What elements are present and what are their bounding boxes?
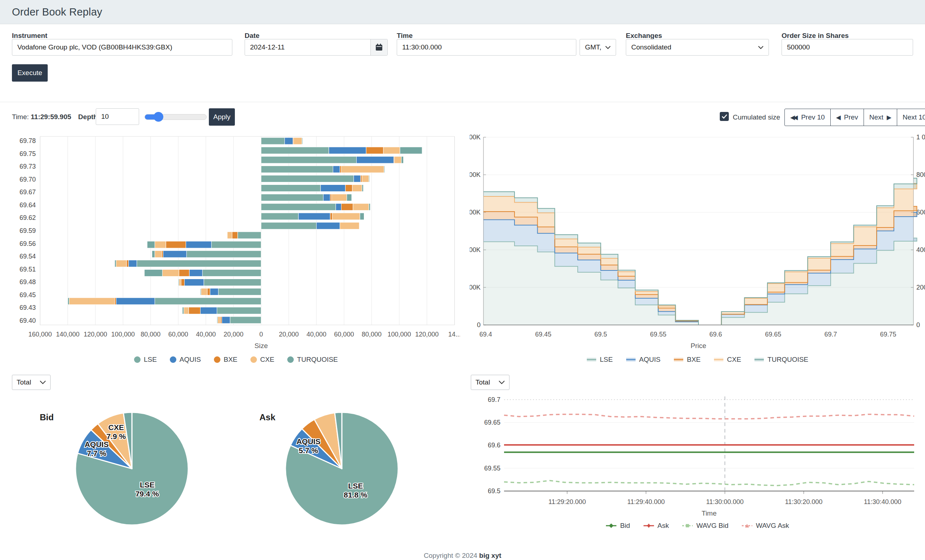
legend-item-aquis[interactable]: AQUIS: [626, 356, 660, 363]
bid-pie-chart: LSE79.4 %AQUIS7.7 %CXE7.9 %: [71, 404, 193, 531]
svg-text:69.55: 69.55: [650, 331, 666, 338]
svg-text:600K: 600K: [916, 209, 925, 216]
calendar-icon: [375, 44, 383, 51]
legend-item-wavg-bid[interactable]: WAVG Bid: [682, 522, 728, 530]
svg-text:14...: 14...: [448, 331, 460, 338]
exchanges-label: Exchanges: [626, 32, 662, 40]
svg-text:0: 0: [916, 321, 920, 329]
date-field: [245, 39, 388, 56]
legend-item-lse[interactable]: LSE: [586, 356, 613, 363]
prev-label: Prev: [844, 113, 858, 121]
svg-text:69.4: 69.4: [479, 331, 492, 338]
legend-area-icon: [673, 357, 684, 362]
svg-text:140,000: 140,000: [56, 331, 80, 338]
svg-text:69.75: 69.75: [880, 331, 896, 338]
svg-text:69.64: 69.64: [20, 201, 36, 209]
svg-text:69.78: 69.78: [20, 137, 36, 144]
svg-text:69.6: 69.6: [709, 331, 722, 338]
pie-breakdown-value: Total: [17, 378, 31, 386]
instrument-input[interactable]: [12, 39, 232, 56]
legend-item-turquoise[interactable]: TURQUOISE: [754, 356, 808, 363]
order-size-input[interactable]: [782, 39, 913, 56]
chevron-down-icon: [40, 381, 46, 384]
depth-input[interactable]: [96, 108, 139, 125]
legend-dot-icon: [250, 356, 257, 363]
exchanges-select[interactable]: Consolidated: [626, 39, 769, 56]
svg-text:69.45: 69.45: [535, 331, 551, 338]
legend-item-bxe[interactable]: BXE: [673, 356, 701, 363]
chevron-down-icon: [758, 46, 764, 49]
svg-text:69.55: 69.55: [484, 465, 500, 472]
bid-pie-title: Bid: [40, 412, 54, 422]
svg-text:69.65: 69.65: [765, 331, 781, 338]
copyright-text: Copyright © 2024: [424, 552, 477, 559]
timezone-select[interactable]: GMT,: [580, 39, 616, 56]
legend-item-bxe[interactable]: BXE: [214, 356, 237, 363]
replay-time-value: 11:29:59.905: [31, 113, 71, 121]
depth-label: Depth: [78, 113, 98, 121]
date-input[interactable]: [245, 39, 371, 55]
legend-item-ask[interactable]: Ask: [643, 522, 669, 530]
time-input[interactable]: [397, 39, 576, 56]
svg-text:11:29:20.000: 11:29:20.000: [548, 498, 586, 506]
legend-line-icon: [643, 523, 654, 528]
pie-breakdown-select[interactable]: Total: [12, 375, 51, 390]
legend-item-cxe[interactable]: CXE: [250, 356, 274, 363]
svg-text:1 000K: 1 000K: [470, 134, 481, 141]
legend-item-wavg-ask[interactable]: WAVG Ask: [741, 522, 789, 530]
svg-text:69.59: 69.59: [20, 227, 36, 234]
brand-name: big xyt: [479, 552, 501, 559]
legend-item-cxe[interactable]: CXE: [714, 356, 741, 363]
timezone-value: GMT,: [585, 44, 601, 51]
instrument-label: Instrument: [12, 32, 47, 40]
legend-item-aquis[interactable]: AQUIS: [170, 356, 201, 363]
svg-text:69.75: 69.75: [20, 150, 36, 158]
apply-button[interactable]: Apply: [209, 108, 235, 126]
exchanges-value: Consolidated: [631, 44, 671, 51]
svg-text:69.45: 69.45: [20, 291, 36, 299]
svg-text:69.70: 69.70: [20, 176, 36, 183]
quotes-breakdown-select[interactable]: Total: [471, 375, 509, 390]
svg-text:200K: 200K: [470, 284, 481, 291]
prev-10-button[interactable]: ◀◀Prev 10: [785, 109, 831, 126]
svg-text:69.6: 69.6: [488, 441, 500, 449]
legend-item-lse[interactable]: LSE: [134, 356, 157, 363]
double-left-arrow-icon: ◀◀: [790, 114, 798, 121]
ask-pie-chart: LSE81.8 %AQUIS5.7 %: [280, 404, 403, 531]
svg-text:Price: Price: [690, 342, 706, 350]
svg-text:120,000: 120,000: [415, 331, 438, 338]
svg-text:69.56: 69.56: [20, 240, 36, 247]
svg-text:20,000: 20,000: [224, 331, 244, 338]
svg-text:80,000: 80,000: [362, 331, 381, 338]
legend-line-icon: [682, 523, 693, 528]
footer: Copyright © 2024 big xyt: [0, 552, 925, 560]
quotes-breakdown-value: Total: [476, 378, 490, 386]
next-10-button[interactable]: Next 10▶▶: [897, 109, 925, 126]
depth-slider[interactable]: [145, 114, 207, 120]
svg-text:69.54: 69.54: [20, 253, 36, 260]
svg-text:69.5: 69.5: [488, 488, 500, 495]
svg-text:120,000: 120,000: [83, 331, 107, 338]
time-label: Time: [397, 32, 413, 40]
cumulated-size-chart: 00200K200K400K400K600K600K800K800K1 000K…: [470, 134, 925, 354]
svg-text:1 000K: 1 000K: [916, 134, 925, 141]
cumulated-chart-legend: LSEAQUISBXECXETURQUOISE: [470, 356, 925, 363]
cumulated-size-label: Cumulated size: [733, 113, 780, 121]
execute-button[interactable]: Execute: [12, 64, 48, 82]
legend-item-bid[interactable]: Bid: [606, 522, 630, 530]
calendar-button[interactable]: [371, 39, 387, 55]
prev-10-label: Prev 10: [801, 113, 824, 121]
next-button[interactable]: Next▶: [863, 109, 897, 126]
legend-line-icon: [606, 523, 617, 528]
legend-item-turquoise[interactable]: TURQUOISE: [287, 356, 338, 363]
svg-text:60,000: 60,000: [334, 331, 354, 338]
cumulated-size-checkbox[interactable]: [720, 112, 729, 121]
slider-thumb[interactable]: [154, 112, 163, 122]
depth-chart-legend: LSEAQUISBXECXETURQUOISE: [12, 356, 460, 363]
svg-text:20,000: 20,000: [279, 331, 299, 338]
svg-text:0: 0: [477, 321, 481, 329]
svg-text:100,000: 100,000: [388, 331, 411, 338]
prev-button[interactable]: ◀Prev: [830, 109, 864, 126]
quotes-chart: 69.569.5569.669.6569.711:29:20.00011:29:…: [470, 390, 925, 520]
check-icon: [722, 114, 728, 119]
